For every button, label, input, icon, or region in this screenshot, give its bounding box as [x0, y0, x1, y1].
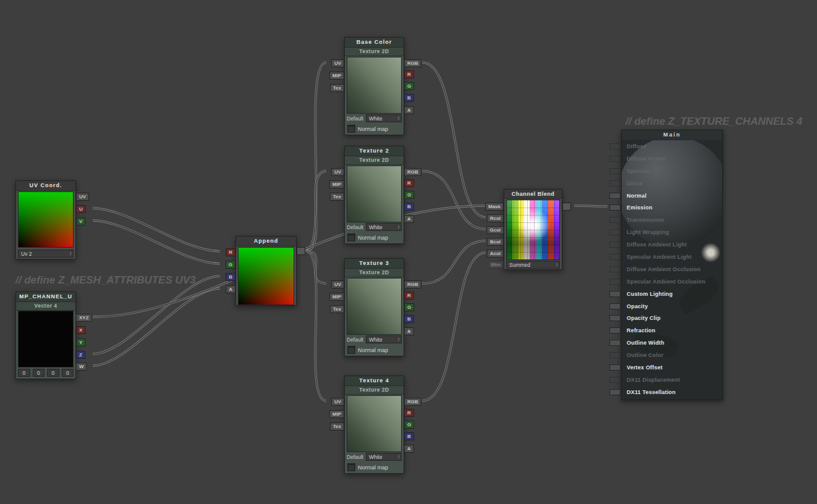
output-port-b[interactable]: B [404, 203, 414, 211]
output-port-rgb[interactable]: RGB [404, 280, 421, 288]
output-port-y[interactable]: Y [76, 338, 85, 346]
input-port-mip[interactable]: MIP [329, 410, 344, 418]
input-port-mip[interactable]: MIP [329, 72, 344, 80]
node-uv-coord[interactable]: UV Coord. UV U V Uv 2 [15, 180, 76, 259]
uv-channel-dropdown[interactable]: Uv 2 [18, 250, 74, 258]
input-port-uv[interactable]: UV [331, 59, 344, 67]
output-port-v[interactable]: V [76, 217, 85, 225]
output-port-z[interactable]: Z [76, 351, 85, 359]
input-port-uv[interactable]: UV [331, 398, 344, 406]
output-port-xyz[interactable]: XYZ [76, 314, 92, 322]
output-port-r[interactable]: R [404, 179, 414, 187]
output-port-b[interactable]: B [404, 94, 414, 102]
output-port-b[interactable]: B [404, 432, 414, 440]
input-connector[interactable] [609, 193, 620, 199]
input-port-a[interactable]: A [226, 285, 235, 293]
node-texture-4[interactable]: Texture 4 Texture 2D UV MIP Tex RGB R G … [344, 376, 404, 474]
input-port-btm[interactable]: Btm [488, 261, 504, 269]
output-port-g[interactable]: G [404, 303, 414, 311]
default-value-dropdown[interactable]: White [366, 453, 402, 461]
input-connector[interactable] [609, 364, 620, 371]
input-connector[interactable] [609, 204, 620, 211]
wire[interactable] [93, 288, 220, 366]
output-port-a[interactable]: A [404, 445, 414, 453]
input-connector[interactable] [609, 377, 620, 383]
output-connector[interactable] [297, 247, 305, 255]
default-value-dropdown[interactable]: White [366, 114, 402, 122]
normal-map-checkbox[interactable] [347, 463, 355, 471]
input-port-tex[interactable]: Tex [330, 422, 344, 430]
input-port-b[interactable]: B [226, 273, 235, 281]
input-port-mask[interactable]: Mask [485, 203, 504, 211]
vector4-w-field[interactable]: 0 [62, 369, 74, 377]
input-connector[interactable] [609, 279, 620, 285]
input-connector[interactable] [609, 389, 620, 395]
blend-mode-dropdown[interactable]: Summed [506, 261, 560, 269]
wire[interactable] [305, 171, 326, 251]
input-connector[interactable] [609, 229, 620, 235]
output-port-a[interactable]: A [404, 327, 414, 335]
output-port-rgb[interactable]: RGB [404, 59, 421, 67]
output-port-r[interactable]: R [404, 292, 414, 300]
input-connector[interactable] [609, 156, 620, 162]
output-connector[interactable] [562, 203, 571, 211]
output-port-g[interactable]: G [404, 82, 414, 90]
node-texture-3[interactable]: Texture 3 Texture 2D UV MIP Tex RGB R G … [344, 258, 404, 356]
vector4-z-field[interactable]: 0 [47, 369, 59, 377]
output-port-g[interactable]: G [404, 191, 414, 199]
input-port-bcol[interactable]: Bcol [487, 238, 504, 246]
default-value-dropdown[interactable]: White [366, 335, 402, 343]
output-port-g[interactable]: G [404, 421, 414, 429]
output-port-r[interactable]: R [404, 70, 414, 78]
input-port-rcol[interactable]: Rcol [487, 214, 504, 222]
normal-map-checkbox[interactable] [347, 233, 355, 242]
input-connector[interactable] [609, 217, 620, 223]
input-port-gcol[interactable]: Gcol [486, 226, 504, 234]
input-port-acol[interactable]: Acol [487, 250, 504, 258]
output-port-r[interactable]: R [404, 409, 414, 417]
normal-map-checkbox[interactable] [347, 346, 355, 354]
output-port-b[interactable]: B [404, 315, 414, 323]
wire[interactable] [422, 253, 486, 401]
input-connector[interactable] [609, 291, 620, 297]
output-port-w[interactable]: W [76, 363, 87, 371]
output-port-a[interactable]: A [404, 215, 414, 223]
input-port-mip[interactable]: MIP [329, 293, 344, 301]
node-main[interactable]: Main Diffuse Diffuse Power Specular Glos… [621, 130, 723, 400]
normal-map-checkbox[interactable] [347, 125, 355, 133]
input-port-g[interactable]: G [226, 261, 235, 269]
input-port-r[interactable]: R [226, 248, 235, 256]
input-connector[interactable] [609, 266, 620, 272]
wire[interactable] [422, 62, 486, 217]
input-port-tex[interactable]: Tex [330, 84, 344, 92]
output-port-u[interactable]: U [76, 205, 86, 213]
wire[interactable] [574, 206, 607, 206]
default-value-dropdown[interactable]: White [366, 223, 402, 231]
vector4-x-field[interactable]: 0 [18, 369, 30, 377]
input-port-uv[interactable]: UV [331, 280, 344, 288]
input-port-mip[interactable]: MIP [329, 180, 344, 188]
wire[interactable] [422, 171, 486, 229]
input-connector[interactable] [609, 327, 620, 334]
input-port-uv[interactable]: UV [331, 168, 344, 176]
wire[interactable] [93, 208, 220, 251]
input-port-tex[interactable]: Tex [330, 305, 344, 313]
output-port-rgb[interactable]: RGB [404, 168, 421, 176]
input-connector[interactable] [609, 352, 620, 358]
input-connector[interactable] [609, 254, 620, 260]
node-channel-blend[interactable]: Channel Blend Mask Rcol Gcol Bcol Acol B… [504, 189, 562, 270]
node-texture-2[interactable]: Texture 2 Texture 2D UV MIP Tex RGB R G … [344, 146, 404, 244]
node-graph-canvas[interactable]: // define Z_MESH_ATTRIBUTES UV3 // defin… [0, 0, 817, 504]
input-connector[interactable] [609, 315, 620, 321]
output-port-uv[interactable]: UV [76, 193, 89, 201]
input-connector[interactable] [609, 303, 620, 309]
node-vector4-property[interactable]: MP_CHANNEL_U Vector 4 XYZ X Y Z W 0 0 0 … [15, 292, 76, 379]
wire[interactable] [93, 220, 220, 264]
input-connector[interactable] [609, 143, 620, 149]
wire[interactable] [422, 241, 486, 284]
node-append[interactable]: Append R G B A [235, 236, 297, 306]
vector4-y-field[interactable]: 0 [33, 369, 45, 377]
node-base-color-texture[interactable]: Base Color Texture 2D UV MIP Tex RGB R G… [344, 37, 404, 135]
input-connector[interactable] [609, 180, 620, 187]
input-port-tex[interactable]: Tex [330, 193, 344, 201]
